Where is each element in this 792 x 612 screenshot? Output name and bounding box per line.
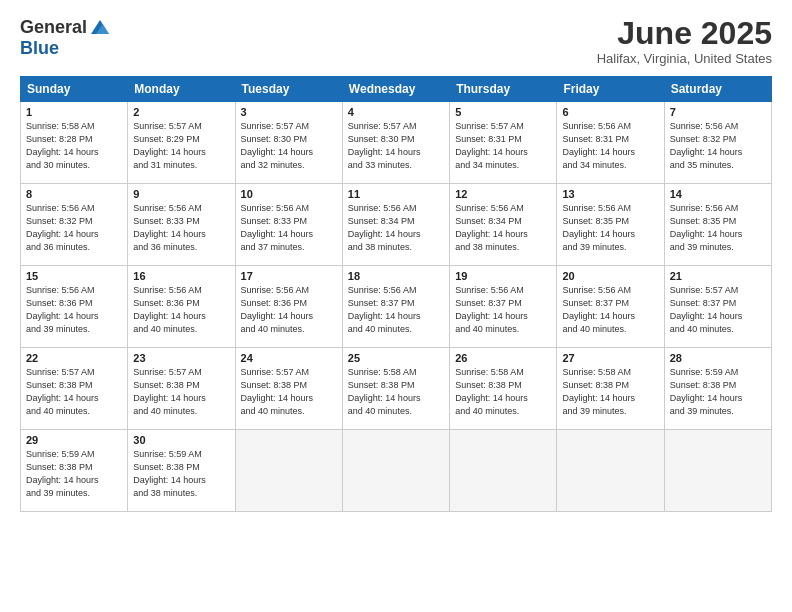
calendar-cell <box>342 430 449 512</box>
day-number: 5 <box>455 106 551 118</box>
calendar-cell: 1Sunrise: 5:58 AM Sunset: 8:28 PM Daylig… <box>21 102 128 184</box>
calendar-table: Sunday Monday Tuesday Wednesday Thursday… <box>20 76 772 512</box>
calendar-cell: 18Sunrise: 5:56 AM Sunset: 8:37 PM Dayli… <box>342 266 449 348</box>
title-section: June 2025 Halifax, Virginia, United Stat… <box>597 16 772 66</box>
day-number: 1 <box>26 106 122 118</box>
day-info: Sunrise: 5:56 AM Sunset: 8:37 PM Dayligh… <box>348 284 444 336</box>
day-info: Sunrise: 5:57 AM Sunset: 8:38 PM Dayligh… <box>241 366 337 418</box>
day-number: 3 <box>241 106 337 118</box>
day-number: 16 <box>133 270 229 282</box>
calendar-cell: 11Sunrise: 5:56 AM Sunset: 8:34 PM Dayli… <box>342 184 449 266</box>
day-info: Sunrise: 5:57 AM Sunset: 8:31 PM Dayligh… <box>455 120 551 172</box>
day-number: 25 <box>348 352 444 364</box>
day-info: Sunrise: 5:57 AM Sunset: 8:30 PM Dayligh… <box>241 120 337 172</box>
day-number: 21 <box>670 270 766 282</box>
day-number: 4 <box>348 106 444 118</box>
calendar-cell: 12Sunrise: 5:56 AM Sunset: 8:34 PM Dayli… <box>450 184 557 266</box>
day-number: 2 <box>133 106 229 118</box>
col-thursday: Thursday <box>450 77 557 102</box>
day-number: 7 <box>670 106 766 118</box>
calendar-cell: 13Sunrise: 5:56 AM Sunset: 8:35 PM Dayli… <box>557 184 664 266</box>
day-number: 26 <box>455 352 551 364</box>
day-number: 20 <box>562 270 658 282</box>
logo-blue: Blue <box>20 38 59 59</box>
logo-icon <box>89 16 111 38</box>
day-info: Sunrise: 5:56 AM Sunset: 8:35 PM Dayligh… <box>562 202 658 254</box>
calendar-cell <box>450 430 557 512</box>
day-number: 13 <box>562 188 658 200</box>
day-info: Sunrise: 5:56 AM Sunset: 8:31 PM Dayligh… <box>562 120 658 172</box>
day-number: 27 <box>562 352 658 364</box>
day-number: 28 <box>670 352 766 364</box>
day-info: Sunrise: 5:58 AM Sunset: 8:38 PM Dayligh… <box>455 366 551 418</box>
day-info: Sunrise: 5:56 AM Sunset: 8:36 PM Dayligh… <box>26 284 122 336</box>
day-number: 15 <box>26 270 122 282</box>
location: Halifax, Virginia, United States <box>597 51 772 66</box>
day-number: 17 <box>241 270 337 282</box>
day-info: Sunrise: 5:58 AM Sunset: 8:28 PM Dayligh… <box>26 120 122 172</box>
day-number: 29 <box>26 434 122 446</box>
day-info: Sunrise: 5:59 AM Sunset: 8:38 PM Dayligh… <box>670 366 766 418</box>
logo-general: General <box>20 17 87 38</box>
calendar-cell <box>664 430 771 512</box>
month-year: June 2025 <box>597 16 772 51</box>
day-number: 6 <box>562 106 658 118</box>
day-number: 8 <box>26 188 122 200</box>
day-number: 12 <box>455 188 551 200</box>
page: General Blue June 2025 Halifax, Virginia… <box>0 0 792 612</box>
day-info: Sunrise: 5:56 AM Sunset: 8:32 PM Dayligh… <box>670 120 766 172</box>
calendar-cell: 6Sunrise: 5:56 AM Sunset: 8:31 PM Daylig… <box>557 102 664 184</box>
day-number: 23 <box>133 352 229 364</box>
day-number: 18 <box>348 270 444 282</box>
calendar-cell: 10Sunrise: 5:56 AM Sunset: 8:33 PM Dayli… <box>235 184 342 266</box>
col-friday: Friday <box>557 77 664 102</box>
day-info: Sunrise: 5:56 AM Sunset: 8:37 PM Dayligh… <box>562 284 658 336</box>
logo: General Blue <box>20 16 111 59</box>
day-number: 11 <box>348 188 444 200</box>
calendar-cell: 30Sunrise: 5:59 AM Sunset: 8:38 PM Dayli… <box>128 430 235 512</box>
day-number: 14 <box>670 188 766 200</box>
day-info: Sunrise: 5:58 AM Sunset: 8:38 PM Dayligh… <box>562 366 658 418</box>
calendar-cell: 5Sunrise: 5:57 AM Sunset: 8:31 PM Daylig… <box>450 102 557 184</box>
calendar-week-4: 29Sunrise: 5:59 AM Sunset: 8:38 PM Dayli… <box>21 430 772 512</box>
calendar-cell: 27Sunrise: 5:58 AM Sunset: 8:38 PM Dayli… <box>557 348 664 430</box>
day-info: Sunrise: 5:57 AM Sunset: 8:38 PM Dayligh… <box>26 366 122 418</box>
calendar-cell: 17Sunrise: 5:56 AM Sunset: 8:36 PM Dayli… <box>235 266 342 348</box>
day-number: 10 <box>241 188 337 200</box>
day-number: 30 <box>133 434 229 446</box>
day-number: 19 <box>455 270 551 282</box>
calendar-week-0: 1Sunrise: 5:58 AM Sunset: 8:28 PM Daylig… <box>21 102 772 184</box>
day-info: Sunrise: 5:56 AM Sunset: 8:32 PM Dayligh… <box>26 202 122 254</box>
calendar-header-row: Sunday Monday Tuesday Wednesday Thursday… <box>21 77 772 102</box>
day-number: 9 <box>133 188 229 200</box>
day-info: Sunrise: 5:58 AM Sunset: 8:38 PM Dayligh… <box>348 366 444 418</box>
calendar-cell: 4Sunrise: 5:57 AM Sunset: 8:30 PM Daylig… <box>342 102 449 184</box>
col-sunday: Sunday <box>21 77 128 102</box>
calendar-cell: 9Sunrise: 5:56 AM Sunset: 8:33 PM Daylig… <box>128 184 235 266</box>
calendar-cell: 24Sunrise: 5:57 AM Sunset: 8:38 PM Dayli… <box>235 348 342 430</box>
calendar-cell: 3Sunrise: 5:57 AM Sunset: 8:30 PM Daylig… <box>235 102 342 184</box>
calendar-week-1: 8Sunrise: 5:56 AM Sunset: 8:32 PM Daylig… <box>21 184 772 266</box>
calendar-cell: 22Sunrise: 5:57 AM Sunset: 8:38 PM Dayli… <box>21 348 128 430</box>
day-info: Sunrise: 5:56 AM Sunset: 8:33 PM Dayligh… <box>241 202 337 254</box>
day-info: Sunrise: 5:57 AM Sunset: 8:29 PM Dayligh… <box>133 120 229 172</box>
day-info: Sunrise: 5:56 AM Sunset: 8:34 PM Dayligh… <box>348 202 444 254</box>
col-tuesday: Tuesday <box>235 77 342 102</box>
day-info: Sunrise: 5:56 AM Sunset: 8:35 PM Dayligh… <box>670 202 766 254</box>
calendar-cell: 7Sunrise: 5:56 AM Sunset: 8:32 PM Daylig… <box>664 102 771 184</box>
day-info: Sunrise: 5:56 AM Sunset: 8:37 PM Dayligh… <box>455 284 551 336</box>
day-info: Sunrise: 5:57 AM Sunset: 8:30 PM Dayligh… <box>348 120 444 172</box>
calendar-cell: 14Sunrise: 5:56 AM Sunset: 8:35 PM Dayli… <box>664 184 771 266</box>
calendar-week-3: 22Sunrise: 5:57 AM Sunset: 8:38 PM Dayli… <box>21 348 772 430</box>
logo-text: General <box>20 16 111 38</box>
calendar-cell: 8Sunrise: 5:56 AM Sunset: 8:32 PM Daylig… <box>21 184 128 266</box>
calendar-cell: 16Sunrise: 5:56 AM Sunset: 8:36 PM Dayli… <box>128 266 235 348</box>
col-wednesday: Wednesday <box>342 77 449 102</box>
calendar-cell: 23Sunrise: 5:57 AM Sunset: 8:38 PM Dayli… <box>128 348 235 430</box>
calendar-cell: 29Sunrise: 5:59 AM Sunset: 8:38 PM Dayli… <box>21 430 128 512</box>
calendar-cell: 19Sunrise: 5:56 AM Sunset: 8:37 PM Dayli… <box>450 266 557 348</box>
day-info: Sunrise: 5:56 AM Sunset: 8:34 PM Dayligh… <box>455 202 551 254</box>
calendar-cell: 15Sunrise: 5:56 AM Sunset: 8:36 PM Dayli… <box>21 266 128 348</box>
day-info: Sunrise: 5:56 AM Sunset: 8:36 PM Dayligh… <box>133 284 229 336</box>
calendar-cell: 2Sunrise: 5:57 AM Sunset: 8:29 PM Daylig… <box>128 102 235 184</box>
